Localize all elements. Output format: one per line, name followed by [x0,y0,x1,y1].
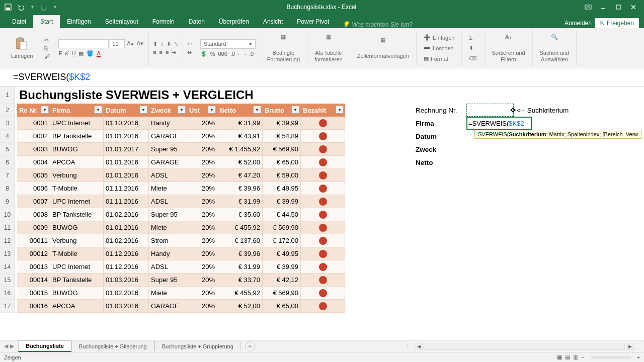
table-cell[interactable]: BP Tankstelle [50,208,104,221]
share-button[interactable]: ⇱Freigeben [595,18,639,28]
lookup-criteria-cell[interactable]: ✥ [466,104,514,117]
table-cell[interactable]: T-Mobile [50,247,104,260]
table-cell[interactable]: Super 95 [149,274,187,287]
orientation-icon[interactable]: ⤡ [174,41,179,47]
table-cell[interactable]: 00014 [17,274,50,287]
table-cell[interactable]: Strom [149,234,187,247]
align-left-icon[interactable]: ≡ [153,49,156,56]
percent-icon[interactable]: % [210,51,215,57]
table-row[interactable]: 0009BUWOG01.01.2016Miete20%€ 455,92€ 569… [17,221,355,234]
table-cell[interactable]: Super 95 [149,143,187,156]
table-cell[interactable]: € 1.455,92 [217,143,263,156]
filter-icon[interactable]: ▾ [178,106,186,114]
table-cell[interactable]: Handy [149,247,187,260]
table-cell[interactable]: Handy [149,117,187,130]
table-cell[interactable]: GARAGE [149,156,187,169]
table-cell[interactable]: 01.11.2016 [104,182,149,195]
copy-icon[interactable]: ⎘ [44,45,50,51]
align-bottom-icon[interactable]: ⬇ [167,41,171,47]
table-cell[interactable]: Super 95 [149,208,187,221]
table-cell-bezahlt[interactable] [301,247,345,260]
table-cell-bezahlt[interactable] [301,260,345,274]
table-cell-bezahlt[interactable] [301,274,345,287]
font-color-icon[interactable]: A [97,50,100,57]
format-cells-button[interactable]: ▦Format [421,54,457,63]
table-cell-bezahlt[interactable] [301,234,345,247]
table-cell[interactable]: € 43,91 [217,130,263,143]
font-size-input[interactable]: 11 [110,39,125,48]
table-cell[interactable]: € 39,99 [263,260,301,274]
align-middle-icon[interactable]: ↕ [160,41,164,47]
normal-view-icon[interactable]: ▦ [557,354,562,360]
border-icon[interactable]: ▦ [78,50,84,57]
table-cell[interactable]: € 39,99 [263,195,301,208]
table-row[interactable]: 0004APCOA01.01.2016GARAGE20%€ 52,00€ 65,… [17,156,355,169]
table-cell[interactable]: BUWOG [50,221,104,234]
zoom-out-icon[interactable]: − [581,354,584,360]
paste-button[interactable]: Einfügen [8,36,36,60]
table-cell[interactable]: 01.03.2016 [104,274,149,287]
filter-icon[interactable]: ▾ [253,106,261,114]
column-header[interactable]: Zweck▾ [149,104,187,117]
filter-icon[interactable]: ▾ [208,106,216,114]
table-cell[interactable]: 0005 [17,169,50,182]
table-cell[interactable]: BUWOG [50,287,104,300]
table-cell-bezahlt[interactable] [301,182,345,195]
tab-file[interactable]: Datei [5,15,33,28]
table-row[interactable]: 0005Verbung01.01.2016ADSL20%€ 47,20€ 59,… [17,169,355,182]
table-cell[interactable]: 01.01.2016 [104,169,149,182]
table-cell[interactable]: Miete [149,182,187,195]
table-cell[interactable]: BUWOG [50,143,104,156]
table-row[interactable]: 0002BP Tankstelle01.01.2016GARAGE20%€ 43… [17,130,355,143]
lookup-netto-label[interactable]: Netto [414,159,466,166]
table-cell[interactable]: € 44,50 [263,208,301,221]
table-cell[interactable]: € 65,00 [263,156,301,169]
table-cell[interactable]: BP Tankstelle [50,274,104,287]
signin-link[interactable]: Anmelden [565,20,592,27]
table-cell[interactable]: € 31,99 [217,195,263,208]
table-cell[interactable]: 00015 [17,287,50,300]
lookup-rechnung-label[interactable]: Rechnung Nr. [414,107,466,114]
table-cell[interactable]: 0001 [17,117,50,130]
table-cell[interactable]: APCOA [50,156,104,169]
table-cell-bezahlt[interactable] [301,208,345,221]
table-cell[interactable]: € 137,60 [217,234,263,247]
table-cell[interactable]: 20% [187,247,217,260]
page-break-view-icon[interactable]: ▥ [573,354,578,360]
table-cell[interactable]: € 39,96 [217,182,263,195]
zoom-slider[interactable] [591,356,631,358]
page-layout-view-icon[interactable]: ▤ [565,354,570,360]
tab-data[interactable]: Daten [182,15,212,28]
table-cell[interactable]: € 569,90 [263,287,301,300]
table-cell[interactable]: 20% [187,287,217,300]
table-cell-bezahlt[interactable] [301,117,345,130]
format-as-table-button[interactable]: ▦Als Tabelle formatieren [311,33,346,63]
sheet-tab-2[interactable]: Buchungsliste + Gliederung [71,341,154,351]
table-cell[interactable]: 20% [187,300,217,313]
undo-icon[interactable] [17,3,25,11]
tab-formulas[interactable]: Formeln [145,15,182,28]
table-cell[interactable]: 20% [187,169,217,182]
table-cell[interactable]: € 59,00 [263,169,301,182]
table-cell[interactable]: € 49,95 [263,182,301,195]
add-sheet-button[interactable]: + [245,341,255,351]
table-row[interactable]: 0001UPC Internet01.10.2016Handy20%€ 31,9… [17,117,355,130]
table-cell[interactable]: 00012 [17,247,50,260]
increase-font-icon[interactable]: A▴ [126,39,134,48]
find-select-button[interactable]: 🔍Suchen und Auswählen [537,33,573,63]
table-cell[interactable]: € 65,00 [263,300,301,313]
table-cell[interactable]: € 54,89 [263,130,301,143]
format-painter-icon[interactable]: 🖌 [44,53,50,59]
sheet-title[interactable]: Buchungsliste SVERWEIS + VERGLEICH [17,86,355,104]
filter-icon[interactable]: ▾ [94,106,102,114]
align-right-icon[interactable]: ≡ [166,49,169,56]
currency-icon[interactable]: 💲 [200,51,207,57]
table-cell[interactable]: 0006 [17,182,50,195]
zoom-in-icon[interactable]: + [637,354,640,360]
table-cell[interactable]: 0008 [17,208,50,221]
table-row[interactable]: 00014BP Tankstelle01.03.2016Super 9520%€… [17,274,355,287]
table-cell[interactable]: € 39,96 [217,247,263,260]
table-cell[interactable]: € 455,92 [217,287,263,300]
table-cell-bezahlt[interactable] [301,287,345,300]
comma-icon[interactable]: 000 [218,51,227,57]
